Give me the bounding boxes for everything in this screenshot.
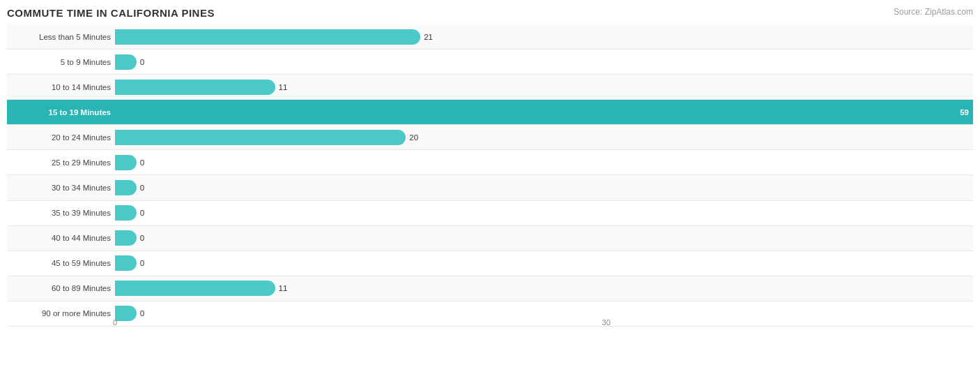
bar-track: 11 bbox=[115, 276, 973, 301]
bar bbox=[115, 29, 420, 45]
bar bbox=[115, 155, 137, 170]
bar-track: 11 bbox=[115, 75, 973, 99]
bar-track: 0 bbox=[115, 226, 973, 251]
x-axis-label: 30 bbox=[602, 318, 611, 327]
bar-track: 0 bbox=[115, 50, 973, 74]
bar-value: 0 bbox=[140, 209, 144, 217]
bar bbox=[115, 54, 137, 70]
row-label: 35 to 39 Minutes bbox=[7, 209, 115, 217]
bar bbox=[115, 180, 137, 195]
bar-row: 45 to 59 Minutes0 bbox=[7, 251, 973, 276]
bar bbox=[115, 80, 275, 95]
bar bbox=[115, 281, 275, 296]
bar-row: 35 to 39 Minutes0 bbox=[7, 201, 973, 226]
bar-value: 0 bbox=[140, 234, 144, 242]
bar bbox=[115, 230, 137, 246]
bar-value: 0 bbox=[140, 58, 144, 66]
bar-track: 0 bbox=[115, 150, 973, 174]
bar bbox=[115, 255, 137, 271]
bar-row: 20 to 24 Minutes20 bbox=[7, 125, 973, 150]
bar-track: 0 bbox=[115, 201, 973, 225]
row-label: 90 or more Minutes bbox=[7, 309, 115, 318]
bar bbox=[115, 130, 406, 145]
bar-track: 59 bbox=[115, 100, 973, 124]
bar-value: 59 bbox=[960, 108, 969, 117]
bar-row: 15 to 19 Minutes59 bbox=[7, 100, 973, 125]
row-label: 5 to 9 Minutes bbox=[7, 58, 115, 66]
source-label: Source: ZipAtlas.com bbox=[894, 7, 973, 17]
row-label: Less than 5 Minutes bbox=[7, 33, 115, 41]
bar-track: 21 bbox=[115, 24, 973, 49]
bar-value: 11 bbox=[279, 284, 288, 292]
x-axis: 03060 bbox=[115, 318, 980, 332]
chart-area: Less than 5 Minutes215 to 9 Minutes010 t… bbox=[7, 24, 973, 327]
bar-row: 10 to 14 Minutes11 bbox=[7, 75, 973, 100]
row-label: 10 to 14 Minutes bbox=[7, 83, 115, 91]
x-axis-label: 0 bbox=[113, 318, 117, 327]
bar bbox=[115, 205, 137, 221]
row-label: 30 to 34 Minutes bbox=[7, 184, 115, 192]
bar: 59 bbox=[115, 105, 973, 120]
bar-value: 0 bbox=[140, 309, 144, 318]
bar-row: Less than 5 Minutes21 bbox=[7, 24, 973, 50]
row-label: 45 to 59 Minutes bbox=[7, 259, 115, 267]
row-label: 60 to 89 Minutes bbox=[7, 284, 115, 292]
row-label: 25 to 29 Minutes bbox=[7, 158, 115, 167]
bar-value: 11 bbox=[279, 83, 288, 91]
row-label: 40 to 44 Minutes bbox=[7, 234, 115, 242]
chart-title: COMMUTE TIME IN CALIFORNIA PINES bbox=[7, 7, 973, 19]
row-label: 20 to 24 Minutes bbox=[7, 133, 115, 142]
bar-track: 0 bbox=[115, 251, 973, 276]
bar-track: 20 bbox=[115, 125, 973, 149]
bar-value: 0 bbox=[140, 158, 144, 167]
bar-row: 40 to 44 Minutes0 bbox=[7, 226, 973, 251]
bar-value: 20 bbox=[409, 133, 418, 142]
bar-row: 25 to 29 Minutes0 bbox=[7, 150, 973, 175]
bar-track: 0 bbox=[115, 175, 973, 200]
bar-value: 21 bbox=[424, 33, 433, 41]
row-label: 15 to 19 Minutes bbox=[7, 108, 115, 117]
chart-container: COMMUTE TIME IN CALIFORNIA PINES Source:… bbox=[0, 0, 980, 365]
bar-row: 5 to 9 Minutes0 bbox=[7, 50, 973, 75]
bar-row: 30 to 34 Minutes0 bbox=[7, 175, 973, 200]
bar-value: 0 bbox=[140, 259, 144, 267]
bar-value: 0 bbox=[140, 184, 144, 192]
bar-row: 60 to 89 Minutes11 bbox=[7, 276, 973, 301]
